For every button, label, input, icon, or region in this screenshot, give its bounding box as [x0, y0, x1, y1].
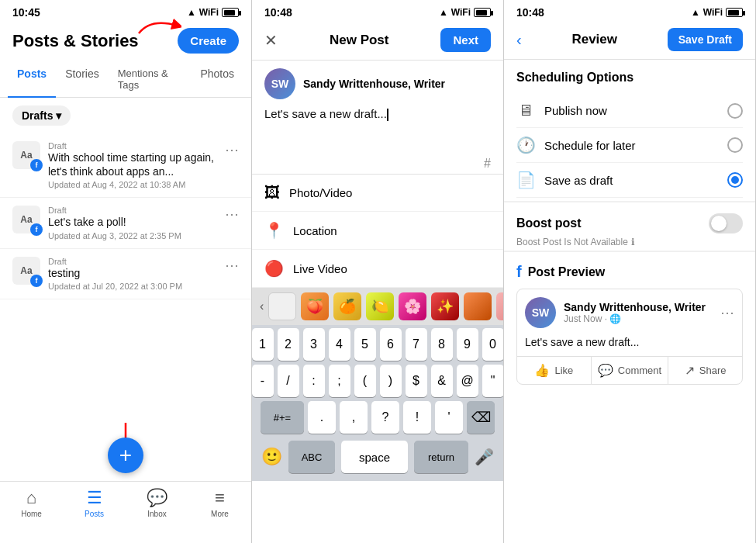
draft-menu-2[interactable]: ⋯ [225, 206, 239, 223]
save-draft-option[interactable]: 📄 Save as draft [516, 163, 743, 198]
space-key[interactable]: space [341, 441, 408, 473]
tab-posts[interactable]: Posts [8, 61, 56, 97]
emoji-warm[interactable] [464, 292, 492, 320]
key-comma[interactable]: , [340, 401, 368, 434]
key-lparen[interactable]: ( [354, 365, 376, 397]
hashtag-icon[interactable]: # [484, 157, 491, 171]
key-3[interactable]: 3 [303, 328, 325, 361]
key-slash[interactable]: / [278, 365, 299, 397]
location-icon: 📍 [264, 221, 284, 240]
post-input-area[interactable]: Let's save a new draft... [252, 107, 503, 154]
publish-now-radio[interactable] [727, 103, 743, 119]
wifi-icon: WiFi [199, 7, 219, 18]
draft-item-1[interactable]: Aa f Draft With school time starting up … [0, 133, 251, 198]
draft-menu-1[interactable]: ⋯ [225, 141, 239, 158]
key-1[interactable]: 1 [252, 328, 274, 361]
chevron-down-icon: ▾ [56, 109, 61, 122]
tab-photos[interactable]: Photos [191, 61, 243, 97]
location-option[interactable]: 📍 Location [252, 212, 503, 250]
nav-inbox[interactable]: 💬 Inbox [126, 488, 188, 518]
key-9[interactable]: 9 [457, 328, 478, 361]
share-label: Share [699, 365, 727, 376]
key-4[interactable]: 4 [329, 328, 350, 361]
schedule-later-radio[interactable] [727, 137, 743, 153]
post-preview-label: Post Preview [528, 265, 606, 279]
emoji-back-icon[interactable]: ‹ [260, 299, 264, 313]
hashtag-row: # [252, 154, 503, 174]
key-at[interactable]: @ [457, 365, 478, 397]
key-2[interactable]: 2 [278, 328, 299, 361]
tab-mentions[interactable]: Mentions & Tags [109, 61, 192, 97]
draft-item-2[interactable]: Aa f Draft Let's take a poll! Updated at… [0, 198, 251, 248]
save-draft-radio[interactable] [727, 172, 743, 188]
key-exclaim[interactable]: ! [403, 401, 431, 434]
key-semicolon[interactable]: ; [329, 365, 350, 397]
red-arrow-icon [135, 14, 181, 37]
fab-create-button[interactable]: + [108, 438, 143, 473]
schedule-later-icon: 🕐 [516, 136, 535, 154]
publish-now-option[interactable]: 🖥 Publish now [516, 94, 743, 128]
key-dash[interactable]: - [252, 365, 274, 397]
emoji-light-pink[interactable] [496, 292, 503, 320]
schedule-later-label: Schedule for later [544, 139, 718, 152]
key-0[interactable]: 0 [482, 328, 504, 361]
key-quote[interactable]: " [482, 365, 504, 397]
save-draft-button[interactable]: Save Draft [668, 28, 743, 51]
key-period[interactable]: . [308, 401, 336, 434]
p1-header: Posts & Stories Create [0, 22, 251, 61]
key-hashtag[interactable]: #+= [261, 401, 304, 434]
comment-action[interactable]: 💬 Comment [592, 357, 668, 384]
emoji-lemon[interactable]: 🍋 [366, 292, 394, 320]
draft-item-3[interactable]: Aa f Draft testing Updated at Jul 20, 20… [0, 249, 251, 299]
boost-toggle[interactable] [709, 213, 743, 233]
signal-icon: ▲ [187, 7, 196, 18]
return-key[interactable]: return [414, 441, 468, 473]
emoji-key[interactable]: 🙂 [261, 447, 282, 467]
nav-posts-label: Posts [85, 510, 104, 518]
text-cursor [387, 109, 388, 121]
preview-text: Let's save a new draft... [517, 336, 742, 356]
key-amp[interactable]: & [431, 365, 453, 397]
emoji-pink[interactable]: 🌸 [399, 292, 426, 320]
draft-aa-icon-2: Aa f [12, 206, 40, 233]
like-action[interactable]: 👍 Like [517, 357, 592, 384]
backspace-key[interactable]: ⌫ [467, 401, 495, 434]
live-video-label: Live Video [293, 262, 347, 275]
emoji-white[interactable] [268, 292, 296, 320]
back-button[interactable]: ‹ [516, 31, 522, 49]
nav-posts[interactable]: ☰ Posts [63, 488, 126, 518]
battery-icon-2 [474, 8, 491, 17]
key-5[interactable]: 5 [354, 328, 376, 361]
key-7[interactable]: 7 [406, 328, 427, 361]
keyboard-row-3: #+= . , ? ! ' ⌫ [255, 401, 500, 434]
draft-date-1: Updated at Aug 4, 2022 at 10:38 AM [48, 180, 217, 189]
draft-menu-3[interactable]: ⋯ [225, 257, 239, 274]
create-button[interactable]: Create [178, 28, 239, 54]
key-question[interactable]: ? [371, 401, 399, 434]
live-video-option[interactable]: 🔴 Live Video [252, 250, 503, 288]
key-colon[interactable]: : [303, 365, 325, 397]
nav-more[interactable]: ≡ More [188, 488, 251, 518]
mic-icon[interactable]: 🎤 [475, 448, 494, 466]
abc-key[interactable]: ABC [288, 441, 335, 473]
nav-home[interactable]: ⌂ Home [0, 488, 63, 518]
like-icon: 👍 [534, 363, 550, 378]
tab-stories[interactable]: Stories [56, 61, 109, 97]
key-6[interactable]: 6 [380, 328, 402, 361]
share-action[interactable]: ↗ Share [668, 357, 742, 384]
emoji-star[interactable]: ✨ [431, 292, 459, 320]
preview-card: SW Sandy Writtenhouse, Writer Just Now ·… [516, 289, 743, 385]
photo-video-option[interactable]: 🖼 Photo/Video [252, 175, 503, 212]
key-apostrophe[interactable]: ' [435, 401, 463, 434]
emoji-orange[interactable]: 🍑 [301, 292, 329, 320]
schedule-later-option[interactable]: 🕐 Schedule for later [516, 128, 743, 163]
emoji-citrus[interactable]: 🍊 [333, 292, 361, 320]
preview-more-button[interactable]: ⋯ [720, 304, 734, 321]
key-dollar[interactable]: $ [406, 365, 427, 397]
next-button[interactable]: Next [440, 28, 491, 52]
drafts-dropdown[interactable]: Drafts ▾ [12, 105, 71, 126]
key-8[interactable]: 8 [431, 328, 453, 361]
boost-section: Boost post Boost Post Is Not Available ℹ [504, 201, 755, 251]
key-rparen[interactable]: ) [380, 365, 402, 397]
close-button[interactable]: ✕ [264, 31, 278, 50]
